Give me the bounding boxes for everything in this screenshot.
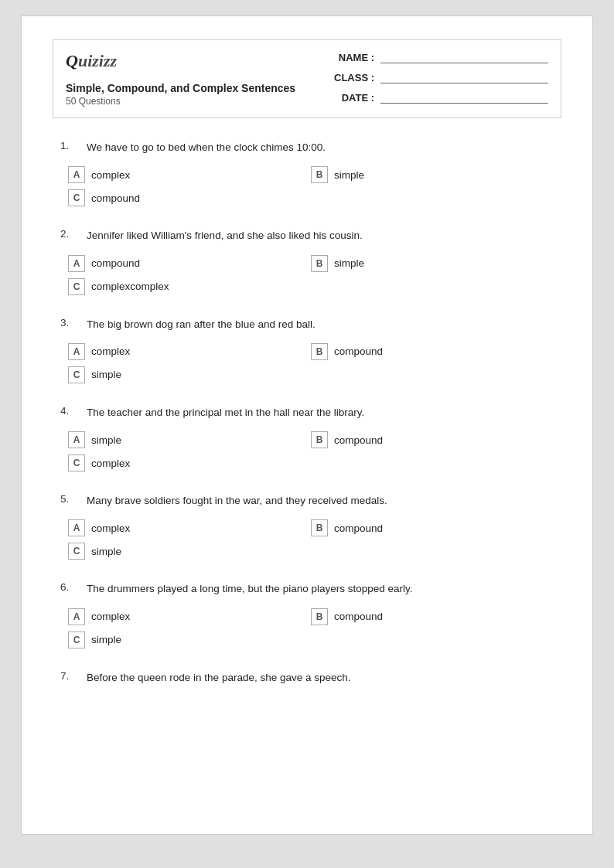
option-c[interactable]: Ccompound — [68, 189, 311, 206]
option-text-a: complex — [91, 523, 130, 534]
option-text-a: complex — [91, 169, 130, 181]
name-label: NAME : — [332, 52, 374, 63]
question-block: 5.Many brave soldiers fought in the war,… — [60, 493, 554, 560]
question-block: 3.The big brown dog ran after the blue a… — [60, 317, 554, 383]
logo: Quizizz — [66, 51, 295, 71]
option-text-c: complexcomplex — [91, 281, 169, 292]
header-left: Quizizz Simple, Compound, and Complex Se… — [66, 51, 295, 107]
options-grid: AcomplexBcompoundCsimple — [60, 608, 554, 648]
option-text-c: simple — [91, 634, 121, 645]
option-text-a: compound — [91, 257, 140, 269]
question-number: 5. — [60, 493, 84, 505]
question-number: 1. — [60, 140, 84, 151]
option-b[interactable]: Bcompound — [311, 519, 554, 536]
option-text-a: simple — [91, 434, 121, 446]
class-field-row: CLASS : — [332, 71, 548, 83]
question-number: 2. — [60, 228, 84, 240]
question-number: 4. — [60, 405, 84, 417]
options-grid: AsimpleBcompoundCcomplex — [60, 431, 554, 471]
question-text: The drummers played a long time, but the… — [87, 581, 412, 597]
option-text-c: simple — [91, 369, 121, 380]
date-label: DATE : — [332, 92, 374, 104]
option-box-a: A — [68, 166, 85, 183]
option-b[interactable]: Bsimple — [311, 166, 554, 183]
header-fields: NAME : CLASS : DATE : — [332, 51, 548, 104]
option-box-a: A — [68, 431, 85, 448]
option-box-b: B — [311, 431, 328, 448]
option-c[interactable]: Ccomplexcomplex — [68, 278, 311, 295]
option-a[interactable]: Acompound — [68, 255, 311, 272]
option-b[interactable]: Bsimple — [311, 255, 554, 272]
quiz-header: Quizizz Simple, Compound, and Complex Se… — [53, 39, 561, 118]
question-text-row: 1.We have to go to bed when the clock ch… — [60, 140, 554, 155]
date-field-row: DATE : — [332, 91, 548, 104]
option-box-a: A — [68, 519, 85, 536]
option-c[interactable]: Csimple — [68, 366, 311, 383]
question-number: 6. — [60, 581, 84, 593]
option-c[interactable]: Ccomplex — [68, 454, 311, 471]
option-box-a: A — [68, 608, 85, 625]
option-box-c: C — [68, 454, 85, 471]
option-box-b: B — [311, 343, 328, 360]
options-grid: AcomplexBcompoundCsimple — [60, 343, 554, 383]
option-box-a: A — [68, 255, 85, 272]
option-box-c: C — [68, 278, 85, 295]
question-text: Jennifer liked William's friend, and she… — [87, 228, 363, 243]
question-text-row: 6.The drummers played a long time, but t… — [60, 581, 554, 597]
logo-icon: Quizizz — [66, 51, 117, 71]
question-text-row: 5.Many brave soldiers fought in the war,… — [60, 493, 554, 509]
option-c[interactable]: Csimple — [68, 631, 311, 648]
question-block: 4.The teacher and the principal met in t… — [60, 405, 554, 471]
option-text-b: compound — [334, 523, 383, 534]
option-b[interactable]: Bcompound — [311, 343, 554, 360]
option-a[interactable]: Acomplex — [68, 166, 311, 183]
option-a[interactable]: Acomplex — [68, 343, 311, 360]
question-text: The teacher and the principal met in the… — [87, 405, 364, 420]
option-a[interactable]: Asimple — [68, 431, 311, 448]
question-text-row: 7.Before the queen rode in the parade, s… — [60, 670, 554, 686]
question-block: 7.Before the queen rode in the parade, s… — [60, 670, 554, 686]
question-number: 7. — [60, 670, 84, 682]
option-text-c: compound — [91, 192, 140, 204]
question-number: 3. — [60, 317, 84, 328]
question-text-row: 4.The teacher and the principal met in t… — [60, 405, 554, 420]
quiz-title: Simple, Compound, and Complex Sentences — [66, 82, 295, 94]
question-block: 6.The drummers played a long time, but t… — [60, 581, 554, 648]
option-text-a: complex — [91, 345, 130, 357]
quiz-count: 50 Questions — [66, 96, 295, 107]
option-b[interactable]: Bcompound — [311, 608, 554, 625]
quiz-page: Quizizz Simple, Compound, and Complex Se… — [21, 15, 593, 835]
option-text-a: complex — [91, 611, 130, 622]
question-text-row: 3.The big brown dog ran after the blue a… — [60, 317, 554, 332]
option-text-c: complex — [91, 458, 130, 469]
option-box-c: C — [68, 543, 85, 560]
option-box-b: B — [311, 608, 328, 625]
question-text: Many brave soldiers fought in the war, a… — [87, 493, 387, 509]
question-block: 2.Jennifer liked William's friend, and s… — [60, 228, 554, 294]
option-a[interactable]: Acomplex — [68, 519, 311, 536]
option-box-a: A — [68, 343, 85, 360]
class-label: CLASS : — [332, 72, 374, 83]
name-input-line[interactable] — [380, 51, 548, 63]
option-c[interactable]: Csimple — [68, 543, 311, 560]
question-text: The big brown dog ran after the blue and… — [87, 317, 316, 332]
option-box-b: B — [311, 166, 328, 183]
date-input-line[interactable] — [380, 91, 548, 104]
question-text: We have to go to bed when the clock chim… — [87, 140, 326, 155]
option-text-c: simple — [91, 546, 121, 557]
options-grid: AcomplexBsimpleCcompound — [60, 166, 554, 206]
option-box-c: C — [68, 189, 85, 206]
option-a[interactable]: Acomplex — [68, 608, 311, 625]
option-box-b: B — [311, 255, 328, 272]
options-grid: AcompoundBsimpleCcomplexcomplex — [60, 255, 554, 295]
option-text-b: compound — [334, 434, 383, 446]
option-text-b: simple — [334, 257, 364, 269]
questions-area: 1.We have to go to bed when the clock ch… — [53, 140, 561, 686]
option-text-b: compound — [334, 345, 383, 357]
option-box-c: C — [68, 366, 85, 383]
options-grid: AcomplexBcompoundCsimple — [60, 519, 554, 560]
class-input-line[interactable] — [380, 71, 548, 83]
option-b[interactable]: Bcompound — [311, 431, 554, 448]
option-box-b: B — [311, 519, 328, 536]
option-text-b: compound — [334, 611, 383, 622]
